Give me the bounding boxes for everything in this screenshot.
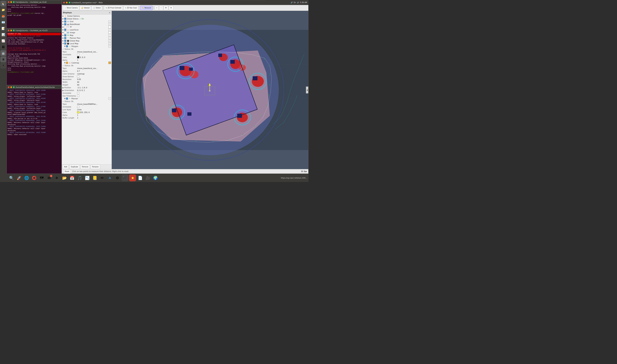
terminal-2-minimize[interactable] bbox=[10, 30, 12, 31]
tree-costmap[interactable]: ▼ ✓ ◫ Costmap ✓ bbox=[62, 61, 112, 64]
bottom-maps[interactable]: 🗺 bbox=[38, 174, 45, 181]
cb-global-map[interactable]: ✓ bbox=[64, 40, 66, 42]
tree-image[interactable]: ▶ 🖼 Image bbox=[62, 31, 112, 34]
bottom-calendar[interactable]: 📅 bbox=[68, 174, 75, 181]
bottom-appstore[interactable]: A bbox=[106, 174, 113, 181]
cb-tf[interactable] bbox=[64, 26, 66, 28]
tree-tf[interactable]: ▶ T TF bbox=[62, 26, 112, 28]
tree-robotmodel[interactable]: ▶ ✓ 🤖 RobotModel ✓ bbox=[62, 23, 112, 26]
cb-robotmodel[interactable]: ✓ bbox=[64, 23, 66, 25]
add-button[interactable]: Add bbox=[63, 165, 69, 169]
tree-planner[interactable]: ▼ ✓ 〜 Planner ✓ bbox=[62, 97, 112, 100]
reset-button[interactable]: Reset bbox=[63, 169, 71, 174]
map-checkbox-right[interactable]: ✓ bbox=[108, 34, 111, 37]
terminal-1-maximize[interactable] bbox=[13, 1, 15, 3]
cb-costmap[interactable]: ✓ bbox=[66, 62, 68, 64]
displays-panel-close[interactable]: ✕ bbox=[109, 12, 110, 14]
cb-planner-plan[interactable]: ✓ bbox=[64, 37, 66, 39]
polygon-unreliable-cb[interactable] bbox=[77, 53, 79, 56]
taskbar-firefox[interactable]: 🦊 bbox=[0, 13, 6, 19]
rviz-minimize[interactable] bbox=[66, 2, 68, 3]
costmap-drawbehind-cb[interactable] bbox=[77, 76, 79, 78]
bottom-notes[interactable]: 📒 bbox=[91, 174, 98, 181]
tree-grid[interactable]: ▶ ✓ ⊞ Grid ✓ bbox=[62, 20, 112, 23]
terminal-3-maximize[interactable] bbox=[13, 86, 15, 88]
costmap-unreliable-cb[interactable] bbox=[77, 92, 79, 94]
select-button[interactable]: ⬜ Select bbox=[91, 6, 102, 10]
bottom-music[interactable]: 🎵 bbox=[76, 174, 83, 181]
bottom-safari[interactable]: 🌐 bbox=[23, 174, 30, 181]
taskbar-files[interactable]: 📁 bbox=[0, 7, 6, 13]
terminal-1-close[interactable] bbox=[8, 1, 10, 3]
laserscan-checkbox-right[interactable]: ✓ bbox=[108, 28, 111, 31]
rename-button[interactable]: Rename bbox=[91, 165, 100, 169]
rviz-close[interactable] bbox=[63, 2, 65, 3]
bottom-launchpad[interactable]: 🚀 bbox=[15, 174, 22, 181]
bottom-chrome[interactable]: ⭕ bbox=[31, 174, 38, 181]
cb-map[interactable]: ✓ bbox=[64, 34, 66, 36]
bottom-finder[interactable]: 🔍 bbox=[8, 174, 15, 181]
costmap-checkbox-right[interactable]: ✓ bbox=[108, 62, 111, 64]
duplicate-button[interactable]: Duplicate bbox=[69, 165, 80, 169]
bottom-network[interactable]: 🌍 bbox=[152, 174, 159, 181]
grid-checkbox-right[interactable]: ✓ bbox=[108, 20, 111, 23]
taskbar-thunderbird[interactable]: 📧 bbox=[0, 19, 6, 25]
pose-estimate-button[interactable]: ➔ 2D Pose Estimate bbox=[104, 6, 123, 10]
tree-global-status[interactable]: ▶ ✓ Global Status: Ok bbox=[62, 17, 112, 20]
tree-local-map[interactable]: ▼ ✓ ⬛ Local Map ✓ bbox=[62, 42, 112, 45]
bottom-files[interactable]: 📂 bbox=[61, 174, 68, 181]
tree-polygon[interactable]: ▼ ✓ ⬡ Polygon ✓ bbox=[62, 45, 112, 48]
taskbar-rviz[interactable]: 🤖 bbox=[0, 50, 6, 56]
move-camera-button[interactable]: ↔ Move Camera bbox=[63, 6, 79, 10]
bottom-terminal[interactable]: ⬛ bbox=[121, 174, 128, 181]
rviz-maximize[interactable] bbox=[69, 2, 70, 3]
cb-laserscan[interactable]: ✓ bbox=[64, 29, 66, 31]
terminal-3-close[interactable] bbox=[8, 86, 10, 88]
taskbar-arduino[interactable]: ⚡ bbox=[0, 63, 6, 68]
interact-button[interactable]: ☝ Interact bbox=[80, 6, 91, 10]
measure-button[interactable]: 📏 Measure bbox=[140, 6, 153, 10]
rviz-viewport[interactable]: ◀ bbox=[112, 11, 308, 169]
bottom-redapp[interactable]: ⭐ bbox=[129, 174, 136, 181]
bottom-telegram[interactable]: ✈ bbox=[53, 174, 60, 181]
viewport-collapse-btn[interactable]: ◀ bbox=[306, 87, 308, 93]
cb-local-map[interactable]: ✓ bbox=[64, 42, 66, 45]
displays-tree[interactable]: ▶ ⚙ Global Options ▶ ✓ Global Status: Ok… bbox=[62, 15, 112, 164]
terminal-2-close[interactable] bbox=[8, 30, 10, 31]
taskbar-calc[interactable]: 📊 bbox=[0, 32, 6, 38]
tree-global-map[interactable]: ▶ ✓ ⬛ Global Map ✓ bbox=[62, 39, 112, 42]
remove-button[interactable]: Remove bbox=[80, 165, 90, 169]
nav-goal-button[interactable]: ⇒ 2D Nav Goal bbox=[123, 6, 138, 10]
terminal-3-minimize[interactable] bbox=[10, 86, 12, 88]
taskbar-ubuntu-logo[interactable]: 🐧 bbox=[0, 1, 6, 7]
polygon-checkbox-right[interactable]: ✓ bbox=[108, 45, 111, 48]
terminal-1-minimize[interactable] bbox=[10, 1, 12, 3]
taskbar-impress[interactable]: 📈 bbox=[0, 38, 6, 44]
zoom-minus-button[interactable]: − bbox=[159, 6, 163, 10]
bottom-acrobat[interactable]: 📄 bbox=[137, 174, 144, 181]
bottom-zoom[interactable]: 🎥 bbox=[144, 174, 151, 181]
bottom-stocks[interactable]: 📉 bbox=[84, 174, 91, 181]
tree-planner-plan[interactable]: ▶ ✓ 〜 Planner Plan ✓ bbox=[62, 37, 112, 39]
tree-global-options[interactable]: ▶ ⚙ Global Options bbox=[62, 15, 112, 17]
taskbar-writer[interactable]: 📝 bbox=[0, 26, 6, 31]
planner-unreliable-cb[interactable] bbox=[77, 106, 79, 108]
image-checkbox-right[interactable] bbox=[108, 31, 111, 34]
local-map-checkbox-right[interactable]: ✓ bbox=[108, 42, 111, 45]
terminal-2-maximize[interactable] bbox=[13, 30, 15, 31]
costmap-usetimestamp-cb[interactable] bbox=[77, 95, 79, 97]
zoom-plus-button[interactable]: + bbox=[155, 6, 159, 10]
taskbar-gimp[interactable]: 🖼 bbox=[0, 44, 6, 50]
cb-image[interactable] bbox=[64, 31, 66, 34]
tree-laserscan[interactable]: ▶ ✓ ◎ LaserScan ✓ bbox=[62, 28, 112, 31]
bottom-settings[interactable]: ⚙ bbox=[114, 174, 121, 181]
robotmodel-checkbox-right[interactable]: ✓ bbox=[108, 23, 111, 26]
planner-checkbox-right[interactable]: ✓ bbox=[108, 97, 111, 100]
bottom-pencil[interactable]: ✏ bbox=[99, 174, 106, 181]
tf-checkbox-right[interactable] bbox=[108, 26, 111, 28]
tree-map[interactable]: ▶ ✓ 🗺 Map ✓ bbox=[62, 34, 112, 37]
planner-plan-checkbox-right[interactable]: ✓ bbox=[108, 37, 111, 39]
cb-grid[interactable]: ✓ bbox=[64, 20, 66, 23]
view-button[interactable]: 👁 bbox=[163, 6, 168, 10]
more-button[interactable]: ▼ bbox=[169, 6, 174, 10]
